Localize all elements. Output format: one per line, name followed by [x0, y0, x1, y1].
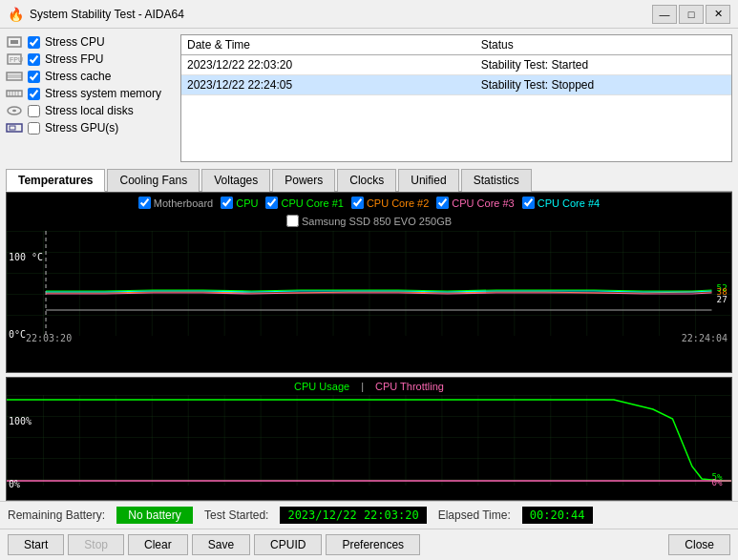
stress-cache-label: Stress cache	[45, 70, 111, 83]
log-row-selected[interactable]: 2023/12/22 22:24:05 Stability Test: Stop…	[181, 75, 731, 95]
x-label-start: 22:03:20	[26, 333, 72, 343]
charts-area: Motherboard CPU CPU Core #1 CPU Core #2 …	[6, 192, 732, 501]
battery-label: Remaining Battery:	[8, 508, 105, 522]
legend-cpu-core-3: CPU Core #3	[436, 197, 514, 209]
stress-cpu-label: Stress CPU	[45, 35, 105, 49]
cpu-y-axis-top: 100%	[9, 416, 32, 426]
svg-rect-14	[7, 124, 22, 132]
legend-motherboard-check[interactable]	[138, 197, 151, 209]
log-datetime-1: 2023/12/22 22:03:20	[187, 58, 481, 72]
log-status-2: Stability Test: Stopped	[481, 78, 726, 92]
app-icon: 🔥	[8, 7, 24, 22]
log-table-header: Date & Time Status	[181, 35, 731, 55]
elapsed-label: Elapsed Time:	[438, 508, 511, 522]
bottom-toolbar: Start Stop Clear Save CPUID Preferences …	[0, 529, 738, 560]
stop-button[interactable]: Stop	[68, 534, 124, 555]
legend-cpu: CPU	[221, 197, 258, 209]
clear-button[interactable]: Clear	[128, 534, 188, 555]
stress-fpu-checkbox[interactable]	[28, 53, 40, 66]
stress-fpu-item: FPU Stress FPU	[6, 52, 173, 67]
log-datetime-2: 2023/12/22 22:24:05	[187, 78, 481, 92]
stress-disks-item: Stress local disks	[6, 103, 173, 118]
legend-cpu-core-4: CPU Core #4	[522, 197, 600, 209]
save-button[interactable]: Save	[192, 534, 250, 555]
cpu-icon	[6, 35, 23, 49]
elapsed-value: 00:20:44	[522, 507, 593, 524]
stress-gpu-checkbox[interactable]	[28, 122, 40, 135]
stress-disks-checkbox[interactable]	[28, 105, 40, 117]
tabs-section: Temperatures Cooling Fans Voltages Power…	[6, 168, 732, 192]
legend-cpu-core-2-check[interactable]	[351, 197, 364, 209]
cpu-chart-legend: CPU Usage | CPU Throttling	[7, 378, 731, 395]
stress-gpu-item: Stress GPU(s)	[6, 120, 173, 135]
legend-cpu-core-1-label: CPU Core #1	[281, 197, 343, 209]
svg-rect-16	[7, 231, 731, 336]
legend-cpu-core-2: CPU Core #2	[351, 197, 429, 209]
stress-cpu-checkbox[interactable]	[28, 36, 40, 49]
cpu-chart-svg: 5% 0%	[7, 395, 731, 486]
window-title: System Stability Test - AIDA64	[30, 8, 184, 21]
svg-rect-21	[7, 395, 731, 486]
log-status-1: Stability Test: Started	[481, 58, 726, 72]
tab-voltages[interactable]: Voltages	[201, 169, 270, 192]
cpu-usage-legend-label: CPU Usage	[294, 381, 349, 392]
legend-motherboard: Motherboard	[138, 197, 213, 209]
legend-ssd-check[interactable]	[286, 215, 299, 227]
tab-cooling-fans[interactable]: Cooling Fans	[107, 169, 200, 192]
svg-rect-4	[7, 73, 22, 80]
legend-cpu-core-1: CPU Core #1	[265, 197, 343, 209]
cpu-usage-chart: CPU Usage | CPU Throttling 100% 0% 5% 0%	[6, 377, 732, 501]
legend-ssd: Samsung SSD 850 EVO 250GB	[14, 215, 724, 227]
temp-y-axis-bottom: 0°C	[9, 329, 26, 340]
log-row[interactable]: 2023/12/22 22:03:20 Stability Test: Star…	[181, 55, 731, 75]
x-label-end: 22:24:04	[682, 333, 727, 343]
svg-rect-1	[11, 40, 18, 44]
tab-powers[interactable]: Powers	[272, 169, 335, 192]
legend-cpu-core-3-label: CPU Core #3	[452, 197, 514, 209]
stress-fpu-label: Stress FPU	[45, 52, 103, 66]
maximize-button[interactable]: □	[679, 5, 704, 24]
svg-text:0%: 0%	[711, 478, 723, 486]
stress-options-panel: Stress CPU FPU Stress FPU Stress cache S…	[6, 34, 173, 162]
toolbar-spacer	[424, 534, 664, 555]
start-button[interactable]: Start	[8, 534, 64, 555]
test-started-value: 2023/12/22 22:03:20	[280, 507, 426, 524]
svg-rect-7	[7, 91, 22, 96]
svg-point-13	[12, 110, 16, 112]
cpu-y-axis-bottom: 0%	[9, 479, 20, 489]
tab-temperatures[interactable]: Temperatures	[6, 169, 105, 192]
test-started-label: Test Started:	[204, 508, 268, 522]
title-bar: 🔥 System Stability Test - AIDA64 — □ ✕	[0, 0, 738, 29]
cache-icon	[6, 70, 23, 83]
temperature-chart: Motherboard CPU CPU Core #1 CPU Core #2 …	[6, 192, 732, 373]
log-panel: Date & Time Status 2023/12/22 22:03:20 S…	[180, 34, 732, 162]
stress-cache-item: Stress cache	[6, 69, 173, 84]
stress-memory-label: Stress system memory	[45, 87, 161, 100]
stress-disks-label: Stress local disks	[45, 104, 134, 117]
legend-cpu-core-1-check[interactable]	[265, 197, 278, 209]
svg-text:38: 38	[717, 287, 727, 297]
tab-unified[interactable]: Unified	[398, 169, 458, 192]
legend-cpu-core-3-check[interactable]	[436, 197, 449, 209]
tab-clocks[interactable]: Clocks	[337, 169, 396, 192]
title-bar-left: 🔥 System Stability Test - AIDA64	[8, 7, 184, 22]
close-button[interactable]: Close	[668, 534, 730, 555]
stress-cpu-item: Stress CPU	[6, 34, 173, 50]
battery-value: No battery	[116, 507, 193, 524]
temp-chart-svg: 52 27 38	[7, 231, 731, 336]
close-window-button[interactable]: ✕	[706, 5, 730, 24]
preferences-button[interactable]: Preferences	[326, 534, 420, 555]
minimize-button[interactable]: —	[652, 5, 677, 24]
tab-statistics[interactable]: Statistics	[461, 169, 532, 192]
legend-cpu-core-4-check[interactable]	[522, 197, 535, 209]
legend-cpu-check[interactable]	[221, 197, 233, 209]
tabs-bar: Temperatures Cooling Fans Voltages Power…	[6, 168, 732, 192]
legend-motherboard-label: Motherboard	[154, 197, 213, 209]
stress-memory-checkbox[interactable]	[28, 88, 40, 100]
memory-icon	[6, 87, 23, 100]
status-column-header: Status	[481, 38, 726, 52]
stress-cache-checkbox[interactable]	[28, 71, 40, 83]
disk-icon	[6, 104, 23, 117]
cpuid-button[interactable]: CPUID	[254, 534, 322, 555]
legend-cpu-core-2-label: CPU Core #2	[367, 197, 429, 209]
